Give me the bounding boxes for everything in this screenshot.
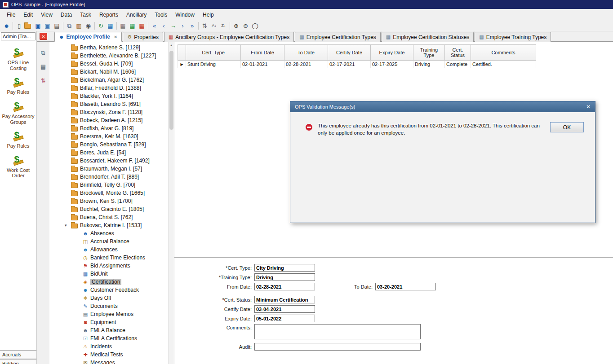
grid-column-header[interactable]: Certify Date [328,45,371,61]
find-icon[interactable]: ◉ [84,21,93,31]
expiry-date-field[interactable] [254,315,315,322]
tree-employee[interactable]: Braunwarth, Megan I. [57] [49,165,168,173]
sidebar-item-work-cost-order[interactable]: $Work Cost Order [0,155,36,179]
refresh-icon[interactable]: ↻ [96,21,106,31]
tree-employee[interactable]: Bodfish, Alvar G. [819] [49,124,168,132]
training-type-field[interactable] [254,273,315,281]
tree-employee[interactable]: Bessel, Guda H. [709] [49,60,168,68]
menu-view[interactable]: View [37,10,57,20]
tree-employee[interactable]: Bickart, Nabil M. [1606] [49,68,168,76]
grid-column-header[interactable]: From Date [241,45,284,61]
tree-item-banked-time-elections[interactable]: ◷Banked Time Elections [49,254,168,262]
tree-employee[interactable]: Buchtel, Giacinto E. [1805] [49,205,168,213]
zoom-in-icon[interactable]: ⊕ [231,21,241,31]
tree-item-fmla-balance[interactable]: ☻FMLA Balance [49,326,168,334]
tree-item-allowances[interactable]: ☻Allowances [49,246,168,254]
next-record-icon[interactable]: › [178,21,187,31]
scrollbar-thumb[interactable] [169,51,173,130]
forward-icon[interactable]: → [169,21,178,31]
tree-item-absences[interactable]: ☻Absences [49,229,168,237]
tab-employee-certification-types[interactable]: ▦Employee Certification Types [295,32,381,42]
move-rows-icon[interactable]: ⇅ [200,21,209,31]
tree-item-incidents[interactable]: ⚠Incidents [49,342,168,351]
tree-employee[interactable]: Blackler, York I. [1164] [49,92,168,100]
export-grid-icon[interactable]: ▦ [128,21,137,31]
menu-edit[interactable]: Edit [19,10,37,20]
panel-bar-bidding[interactable]: Bidding [0,359,36,364]
dialog-close-icon[interactable]: ✕ [586,104,591,110]
print-small-icon[interactable]: ▤ [39,62,48,71]
chevron-down-icon[interactable]: ▾ [65,223,71,228]
tree-employee[interactable]: Boersma, Keir M. [1630] [49,132,168,140]
tree-employee[interactable]: Berthelette, Alexandre B. [1227] [49,52,168,60]
grid-column-header[interactable]: Training Type [413,45,445,61]
print-icon[interactable]: ▤ [52,21,62,31]
menu-ancillary[interactable]: Ancillary [122,10,151,20]
to-date-field[interactable] [375,283,436,290]
menu-window[interactable]: Window [171,10,199,20]
tree-item-accrual-balance[interactable]: ◫Accrual Balance [49,237,168,246]
audit-field[interactable] [254,343,421,351]
menu-tools[interactable]: Tools [151,10,171,20]
tree-employee[interactable]: Biffar, Friedhold D. [1388] [49,84,168,92]
tree-item-documents[interactable]: ✎Documents [49,302,168,310]
ok-button[interactable]: OK [550,122,584,132]
cert-status-field[interactable] [254,296,315,303]
first-record-icon[interactable]: « [150,21,159,31]
tab-close-icon[interactable]: ✕ [114,35,117,39]
copy-icon[interactable]: ⧉ [65,21,74,31]
new-record-icon[interactable]: ▯ [14,21,24,31]
table-row[interactable]: ▶Stunt Driving02-01-202102-28-202102-17-… [178,61,536,68]
row-selector-icon[interactable]: ▶ [178,61,186,68]
tree-employee[interactable]: Brockwell, Monte G. [1665] [49,189,168,197]
menu-reports[interactable]: Reports [95,10,122,20]
copy-page-icon[interactable]: ⧉ [39,48,48,57]
sort-small-icon[interactable]: ⇅ [39,76,48,85]
menu-task[interactable]: Task [76,10,95,20]
menu-help[interactable]: Help [199,10,218,20]
sidebar-item-pay-accessory-groups[interactable]: $Pay Accessory Groups [0,101,36,125]
close-pane-button[interactable]: ✕ [40,33,47,40]
tree-employee[interactable]: Bickelman, Algar G. [1762] [49,76,168,84]
menu-file[interactable]: File [3,10,19,20]
tree-employee[interactable]: Bossardet, Hakeem F. [1492] [49,157,168,165]
tree-employee[interactable]: Bongio, Sebastiana T. [529] [49,140,168,149]
sidebar-item-pay-rules[interactable]: $Pay Rules [0,77,36,95]
tree-item-bid-assignments[interactable]: ⚑Bid Assignments [49,262,168,270]
tree-item-employee-memos[interactable]: ▤Employee Memos [49,310,168,318]
find-employee-icon[interactable]: ☻ [2,21,11,31]
grid-column-header[interactable]: Cert. Status [445,45,471,61]
cert-type-field[interactable] [254,264,315,272]
panel-bar-accruals[interactable]: Accruals [0,350,36,359]
sidebar-item-pay-rules[interactable]: $Pay Rules [0,131,36,149]
grid-column-header[interactable]: Cert. Type [186,45,241,61]
table-icon[interactable]: ▦ [106,21,115,31]
tab-employee-training-types[interactable]: ▦Employee Training Types [475,32,551,42]
grid-view-icon[interactable]: ▦ [118,21,128,31]
tree-item-equipment[interactable]: ◙Equipment [49,318,168,326]
zoom-icon[interactable]: ◯ [250,21,260,31]
tab-ancillary-groups-employee-certification-types[interactable]: ▦Ancillary Groups - Employee Certificati… [164,32,294,42]
menu-data[interactable]: Data [57,10,76,20]
tree-item-bidunit[interactable]: ▦BidUnit [49,270,168,278]
tree-item-messages[interactable]: ✉Messages [49,359,168,364]
tree-employee[interactable]: Blasetti, Leandro S. [691] [49,100,168,108]
scroll-up-icon[interactable]: ▲ [169,42,174,48]
grid-column-header[interactable]: Comments [471,45,536,61]
grid-column-header[interactable]: Expiry Date [371,45,413,61]
tree-employee[interactable]: Bertha, Karlene S. [1129] [49,44,168,52]
paste-icon[interactable]: ▥ [74,21,84,31]
prev-record-icon[interactable]: ‹ [159,21,169,31]
tree-employee[interactable]: Bobeck, Darleen A. [1215] [49,116,168,124]
tree-item-medical-tests[interactable]: ✚Medical Tests [49,351,168,359]
grid-column-header[interactable]: To Date [284,45,328,61]
sort-ascending-icon[interactable]: A↓ [209,21,219,31]
zoom-out-icon[interactable]: ⊖ [241,21,250,31]
save-icon[interactable]: ▣ [33,21,43,31]
tree-item-fmla-certifications[interactable]: ☑FMLA Certifications [49,334,168,342]
tree-employee[interactable]: Brenndorfer, Adil T. [889] [49,173,168,181]
tree-employee[interactable]: Bores, Juda E. [54] [49,149,168,157]
tab-employee-profile[interactable]: ☻Employee Profile✕ [54,32,122,42]
sidebar-item-ops-line-costing[interactable]: $OPS Line Costing [0,47,36,71]
sort-descending-icon[interactable]: Z↓ [219,21,228,31]
